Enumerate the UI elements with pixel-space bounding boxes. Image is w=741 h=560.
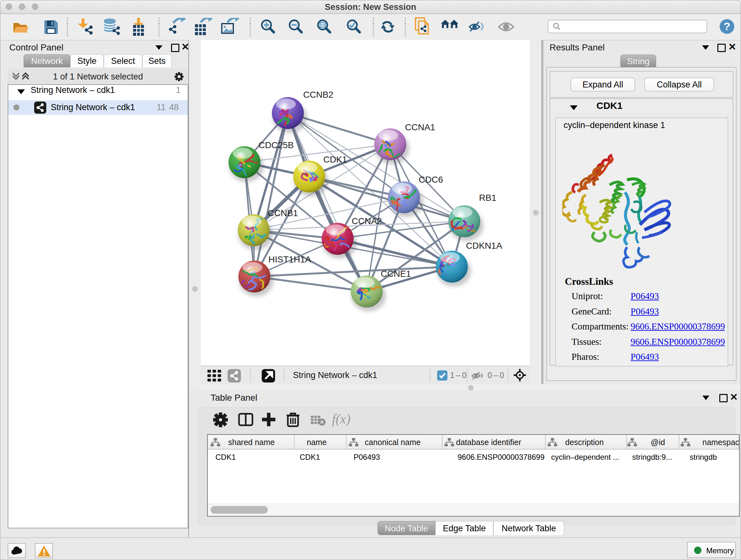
svg-text:CCNA2: CCNA2 [352, 216, 382, 226]
svg-text:CDKN1A: CDKN1A [466, 241, 502, 251]
svg-text:CDC6: CDC6 [419, 175, 443, 185]
svg-text:CCNB1: CCNB1 [268, 208, 298, 218]
svg-text:CDK1: CDK1 [323, 154, 347, 165]
svg-text:CCNE1: CCNE1 [381, 269, 411, 279]
svg-text:?: ? [724, 20, 731, 32]
svg-text:RB1: RB1 [479, 193, 496, 203]
svg-text:CCNB2: CCNB2 [303, 90, 333, 100]
svg-text:CDC25B: CDC25B [259, 140, 293, 150]
svg-text:CCNA1: CCNA1 [405, 122, 435, 132]
svg-text:HIST1H1A: HIST1H1A [268, 254, 311, 264]
